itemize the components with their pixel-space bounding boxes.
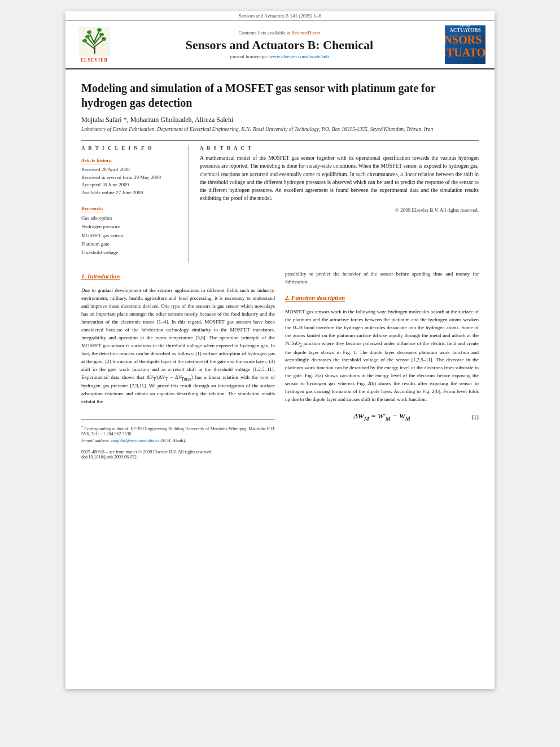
email-line: E-mail address: mojtaba@ee.umanitoba.ca … bbox=[81, 438, 275, 443]
article-info-label: A R T I C L E I N F O bbox=[81, 145, 180, 151]
section2-text: MOSFET gas sensors work in the following… bbox=[285, 308, 479, 404]
article-info-abstract: A R T I C L E I N F O Article history: R… bbox=[81, 140, 479, 263]
footnote-star: * Corresponding author at: E2-390 Engine… bbox=[81, 425, 275, 436]
journal-title: Sensors and Actuators B: Chemical bbox=[114, 38, 445, 53]
keyword-3: MOSFET gas sensor bbox=[81, 231, 180, 240]
elsevier-text-label: ELSEVIER bbox=[81, 58, 108, 63]
affiliation: Laboratory of Device Fabrication, Depart… bbox=[81, 126, 479, 132]
formula-row: ΔWM = W′M − WM (1) bbox=[285, 412, 479, 422]
journal-homepage-link[interactable]: www.elsevier.com/locate/snb bbox=[269, 54, 329, 59]
journal-top-bar: Sensors and Actuators B 141 (2009) 1–6 bbox=[65, 11, 495, 21]
sensors-b-label: SENSORS ACTUATORS B bbox=[445, 33, 485, 64]
article-history: Article history: Received 28 April 2008 … bbox=[81, 154, 180, 196]
journal-citation: Sensors and Actuators B 141 (2009) 1–6 bbox=[239, 13, 321, 19]
abstract-text: A mathematical model of the MOSFET gas s… bbox=[200, 154, 479, 203]
rights-line: 0925-4005/$ – see front matter © 2009 El… bbox=[81, 449, 275, 455]
formula-equation: ΔWM = W′M − WM bbox=[353, 412, 410, 422]
accepted-date: Accepted 18 June 2009 bbox=[81, 181, 180, 189]
email-address[interactable]: mojtaba@ee.umanitoba.ca bbox=[111, 438, 159, 443]
body-left-col: 1. Introduction Due to gradual developme… bbox=[81, 270, 275, 459]
keyword-5: Threshold voltage bbox=[81, 248, 180, 257]
received-date: Received 28 April 2008 bbox=[81, 166, 180, 174]
section1-text: Due to gradual development of the sensor… bbox=[81, 287, 275, 406]
body-columns: 1. Introduction Due to gradual developme… bbox=[81, 270, 479, 459]
authors: Mojtaba Safari *, Moharram Gholizadeh, A… bbox=[81, 116, 479, 124]
article-title: Modeling and simulation of a MOSFET gas … bbox=[81, 81, 479, 110]
history-title: Article history: bbox=[81, 158, 113, 164]
footnote-divider bbox=[81, 420, 275, 420]
journal-main-header: ELSEVIER Contents lists available at Sci… bbox=[65, 21, 495, 69]
content-list-text: Contents lists available at ScienceDirec… bbox=[114, 30, 445, 36]
keywords-title: Keywords: bbox=[81, 206, 103, 212]
abstract-label: A B S T R A C T bbox=[200, 145, 479, 151]
sciencedirect-link[interactable]: ScienceDirect bbox=[292, 30, 320, 36]
formula-number: (1) bbox=[410, 413, 479, 420]
section1-continuation: possibility to predict the behavior of t… bbox=[285, 270, 479, 286]
journal-center: Contents lists available at ScienceDirec… bbox=[114, 30, 445, 59]
elsevier-logo: ELSEVIER bbox=[75, 27, 114, 63]
section2-heading: 2. Function description bbox=[285, 294, 345, 302]
journal-homepage: journal homepage: www.elsevier.com/locat… bbox=[114, 54, 445, 59]
keyword-1: Gas adsorption bbox=[81, 214, 180, 222]
doi-line: doi:10.1016/j.snb.2009.06.032 bbox=[81, 455, 275, 460]
sensors-actuators-logo: SENSORSANDACTUATORS SENSORS ACTUATORS B bbox=[445, 25, 485, 64]
keyword-2: Hydrogen pressure bbox=[81, 222, 180, 231]
revised-date: Received in revised form 29 May 2009 bbox=[81, 174, 180, 182]
copyright: © 2009 Elsevier B.V. All rights reserved… bbox=[200, 207, 479, 213]
page: Sensors and Actuators B 141 (2009) 1–6 bbox=[65, 11, 495, 689]
elsevier-tree-icon bbox=[79, 27, 110, 56]
body-right-col: possibility to predict the behavior of t… bbox=[285, 270, 479, 459]
keywords-list: Gas adsorption Hydrogen pressure MOSFET … bbox=[81, 214, 180, 257]
keyword-4: Platinum gate bbox=[81, 240, 180, 248]
keywords-section: Keywords: Gas adsorption Hydrogen pressu… bbox=[81, 202, 180, 257]
available-date: Available online 27 June 2009 bbox=[81, 189, 180, 197]
article-info-column: A R T I C L E I N F O Article history: R… bbox=[81, 145, 189, 263]
section1-heading: 1. Introduction bbox=[81, 273, 120, 280]
abstract-column: A B S T R A C T A mathematical model of … bbox=[200, 145, 479, 263]
content-area: Modeling and simulation of a MOSFET gas … bbox=[65, 69, 495, 471]
